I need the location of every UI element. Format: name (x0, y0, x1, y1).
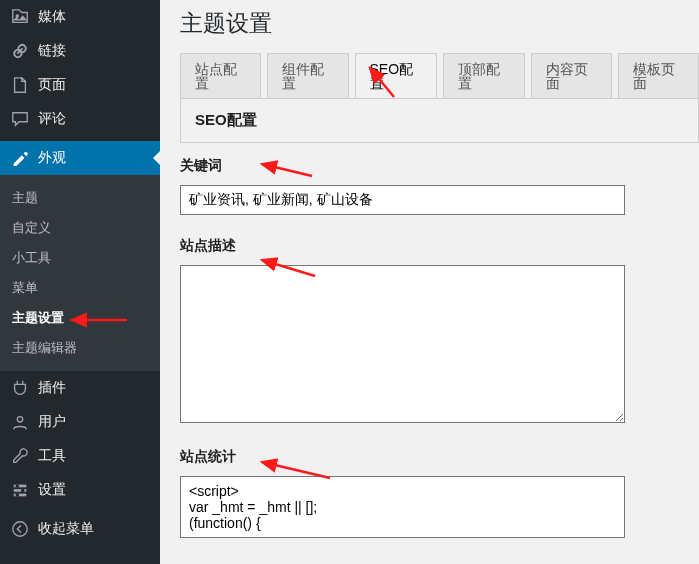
tab-header-config[interactable]: 顶部配置 (443, 53, 524, 98)
admin-sidebar: 媒体 链接 页面 评论 外观 主题 自定义 小工具 菜单 主题设置 主题编辑器 … (0, 0, 160, 564)
sidebar-sub-customize[interactable]: 自定义 (0, 213, 160, 243)
sidebar-item-settings[interactable]: 设置 (0, 473, 160, 507)
sidebar-item-tools[interactable]: 工具 (0, 439, 160, 473)
svg-point-8 (13, 522, 27, 536)
sidebar-item-appearance[interactable]: 外观 (0, 141, 160, 175)
sidebar-item-label: 设置 (38, 481, 66, 499)
tab-seo-config[interactable]: SEO配置 (355, 53, 438, 99)
svg-point-6 (21, 489, 25, 493)
media-icon (10, 8, 30, 26)
tab-template-page[interactable]: 模板页面 (618, 53, 699, 98)
sidebar-item-media[interactable]: 媒体 (0, 0, 160, 34)
appearance-icon (10, 149, 30, 167)
setting-icon (10, 481, 30, 499)
tabs: 站点配置 组件配置 SEO配置 顶部配置 内容页面 模板页面 (180, 53, 699, 98)
page-title: 主题设置 (180, 0, 699, 53)
sidebar-item-label: 评论 (38, 110, 66, 128)
sidebar-item-label: 用户 (38, 413, 66, 431)
sidebar-item-label: 收起菜单 (38, 520, 94, 538)
sidebar-sub-widgets[interactable]: 小工具 (0, 243, 160, 273)
sidebar-submenu-appearance: 主题 自定义 小工具 菜单 主题设置 主题编辑器 (0, 175, 160, 371)
sidebar-item-users[interactable]: 用户 (0, 405, 160, 439)
description-textarea[interactable] (180, 265, 625, 423)
keywords-label: 关键词 (180, 157, 699, 175)
page-icon (10, 76, 30, 94)
comment-icon (10, 110, 30, 128)
collapse-icon (10, 520, 30, 538)
svg-point-5 (16, 484, 20, 488)
sidebar-item-collapse[interactable]: 收起菜单 (0, 512, 160, 546)
tab-site-config[interactable]: 站点配置 (180, 53, 261, 98)
section-title: SEO配置 (180, 98, 699, 143)
tab-component-config[interactable]: 组件配置 (267, 53, 348, 98)
sidebar-item-label: 媒体 (38, 8, 66, 26)
stats-label: 站点统计 (180, 448, 699, 466)
tool-icon (10, 447, 30, 465)
form: 关键词 每个关键词 站点描述 站点统计 <script> var _hmt = … (180, 143, 699, 541)
sidebar-item-plugins[interactable]: 插件 (0, 371, 160, 405)
svg-point-1 (17, 417, 22, 422)
plugin-icon (10, 379, 30, 397)
sidebar-sub-theme-editor[interactable]: 主题编辑器 (0, 333, 160, 363)
sidebar-sub-themes[interactable]: 主题 (0, 183, 160, 213)
description-label: 站点描述 (180, 237, 699, 255)
sidebar-item-label: 插件 (38, 379, 66, 397)
sidebar-item-label: 工具 (38, 447, 66, 465)
svg-point-7 (16, 493, 20, 497)
keywords-input[interactable] (180, 185, 625, 215)
sidebar-item-label: 链接 (38, 42, 66, 60)
sidebar-item-comments[interactable]: 评论 (0, 102, 160, 136)
sidebar-item-pages[interactable]: 页面 (0, 68, 160, 102)
stats-textarea[interactable]: <script> var _hmt = _hmt || []; (functio… (180, 476, 625, 538)
sidebar-item-label: 外观 (38, 149, 66, 167)
content-area: 主题设置 站点配置 组件配置 SEO配置 顶部配置 内容页面 模板页面 SEO配… (160, 0, 699, 563)
sidebar-sub-menus[interactable]: 菜单 (0, 273, 160, 303)
sidebar-sub-theme-settings[interactable]: 主题设置 (0, 303, 160, 333)
user-icon (10, 413, 30, 431)
tab-content-page[interactable]: 内容页面 (531, 53, 612, 98)
sidebar-item-links[interactable]: 链接 (0, 34, 160, 68)
link-icon (10, 42, 30, 60)
sidebar-item-label: 页面 (38, 76, 66, 94)
